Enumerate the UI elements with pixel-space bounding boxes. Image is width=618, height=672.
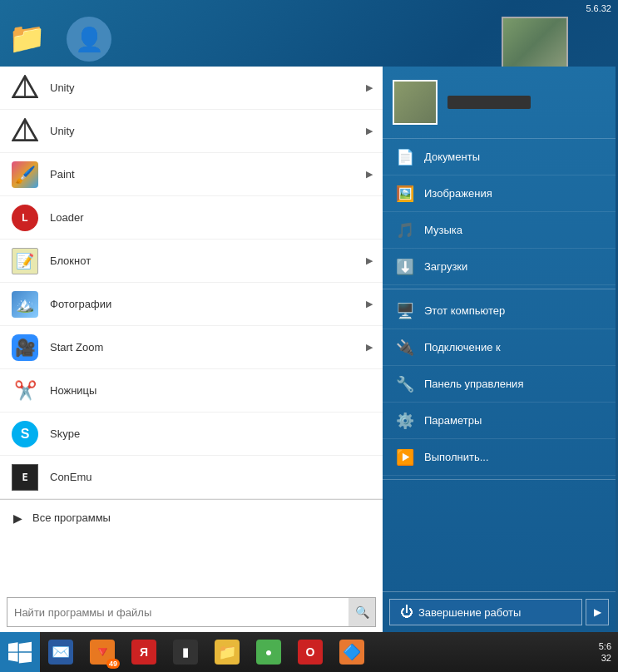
right-menu-item-control[interactable]: 🔧 Панель управления [383, 366, 616, 403]
folder-icon: 📁 [8, 21, 46, 56]
app-item-paint[interactable]: 🖌️ Paint ▶ [0, 153, 383, 196]
menu-divider [383, 479, 616, 480]
right-divider-4 [383, 289, 616, 289]
app-label-conemu: ConEmu [50, 471, 373, 483]
time-display: 5:6 [599, 640, 611, 652]
taskbar-icon-explorer: 📁 [215, 640, 240, 665]
app-icon-unity2 [10, 116, 40, 146]
taskbar-icon-mail: ✉️ [48, 640, 73, 665]
right-label-connect: Подключение к [424, 341, 501, 353]
start-menu: Unity ▶ Unity ▶ 🖌️ Paint ▶ L Loader 📝 Бл… [0, 67, 616, 632]
badge-torrent: 49 [106, 659, 120, 669]
shutdown-arrow-button[interactable]: ▶ [586, 599, 609, 625]
app-item-zoom[interactable]: 🎥 Start Zoom ▶ [0, 326, 383, 369]
right-icon-music: 🎵 [396, 221, 414, 240]
shutdown-button[interactable]: ⏻ Завершение работы [389, 599, 582, 625]
start-button[interactable] [0, 632, 40, 672]
right-icon-downloads: ⬇️ [396, 258, 414, 276]
app-label-photos: Фотографии [50, 298, 366, 310]
desktop-topbar: 5.6.32 [579, 0, 618, 17]
app-label-scissors: Ножницы [50, 384, 373, 397]
desktop-thumbnail [502, 17, 568, 70]
app-arrow-unity1: ▶ [366, 82, 373, 93]
right-icon-computer: 🖥️ [396, 302, 414, 320]
start-menu-right: 📄 Документы 🖼️ Изображения 🎵 Музыка ⬇️ З… [383, 67, 616, 632]
app-arrow-notepad: ▶ [366, 255, 373, 266]
taskbar: ✉️ 🔻 49 Я ▮ 📁 ● O 🔷 [0, 632, 618, 672]
taskbar-item-chrome[interactable]: ● [248, 632, 289, 672]
date-display: 32 [599, 652, 611, 664]
right-icon-run: ▶️ [396, 448, 414, 467]
right-menu-items: 📄 Документы 🖼️ Изображения 🎵 Музыка ⬇️ З… [383, 139, 616, 476]
search-input[interactable] [7, 603, 349, 622]
app-list: Unity ▶ Unity ▶ 🖌️ Paint ▶ L Loader 📝 Бл… [0, 67, 383, 592]
app-icon-zoom: 🎥 [10, 333, 40, 363]
taskbar-icon-chrome: ● [256, 640, 281, 665]
username-bar [447, 96, 531, 109]
right-menu-item-images[interactable]: 🖼️ Изображения [383, 175, 616, 212]
app-item-photos[interactable]: 🏔️ Фотографии ▶ [0, 283, 383, 326]
app-arrow-zoom: ▶ [366, 342, 373, 353]
app-arrow-unity2: ▶ [366, 126, 373, 136]
clock: 5:6 32 [599, 640, 611, 665]
taskbar-item-yandex[interactable]: Я [123, 632, 165, 672]
app-item-notepad[interactable]: 📝 Блокнот ▶ [0, 240, 383, 283]
version-text: 5.6.32 [586, 3, 611, 13]
right-label-computer: Этот компьютер [424, 304, 505, 317]
app-item-loader[interactable]: L Loader [0, 196, 383, 240]
right-icon-connect: 🔌 [396, 338, 414, 357]
right-menu-item-music[interactable]: 🎵 Музыка [383, 212, 616, 249]
desktop-icon-folder[interactable]: 📁 [8, 21, 46, 56]
right-menu-item-connect[interactable]: 🔌 Подключение к [383, 329, 616, 366]
right-menu-item-downloads[interactable]: ⬇️ Загрузки [383, 249, 616, 285]
taskbar-item-explorer[interactable]: 📁 [206, 632, 248, 672]
right-menu-item-computer[interactable]: 🖥️ Этот компьютер [383, 293, 616, 329]
right-menu-item-settings[interactable]: ⚙️ Параметры [383, 403, 616, 439]
right-icon-settings: ⚙️ [396, 412, 414, 430]
taskbar-item-cmd[interactable]: ▮ [165, 632, 206, 672]
app-label-loader: Loader [50, 211, 373, 224]
taskbar-item-mail[interactable]: ✉️ [40, 632, 82, 672]
avatar[interactable] [393, 80, 438, 125]
desktop: 5.6.32 📁 👤 Unity ▶ Unity ▶ 🖌️ Paint ▶ L … [0, 0, 618, 672]
app-arrow-paint: ▶ [366, 169, 373, 180]
taskbar-item-blender[interactable]: 🔷 [331, 632, 373, 672]
app-label-skype: Skype [50, 427, 373, 440]
app-icon-paint: 🖌️ [10, 160, 40, 190]
right-label-run: Выполнить... [424, 451, 489, 463]
power-icon: ⏻ [400, 605, 413, 620]
right-menu-item-docs[interactable]: 📄 Документы [383, 139, 616, 175]
right-label-settings: Параметры [424, 414, 482, 427]
right-menu-item-run[interactable]: ▶️ Выполнить... [383, 439, 616, 476]
app-label-notepad: Блокнот [50, 254, 366, 267]
search-button[interactable]: 🔍 [349, 598, 375, 626]
right-label-music: Музыка [424, 224, 462, 236]
start-menu-left: Unity ▶ Unity ▶ 🖌️ Paint ▶ L Loader 📝 Бл… [0, 67, 383, 632]
taskbar-item-opera[interactable]: O [289, 632, 331, 672]
app-icon-scissors: ✂️ [10, 376, 40, 406]
desktop-icon-user[interactable]: 👤 [67, 17, 111, 62]
shutdown-area: ⏻ Завершение работы ▶ [383, 591, 616, 632]
taskbar-icon-yandex: Я [131, 640, 156, 665]
app-icon-photos: 🏔️ [10, 289, 40, 319]
app-item-unity2[interactable]: Unity ▶ [0, 110, 383, 153]
app-item-skype[interactable]: S Skype [0, 413, 383, 456]
all-programs-row[interactable]: ▶ Все программы [0, 499, 383, 536]
taskbar-icon-cmd: ▮ [173, 640, 198, 665]
app-label-paint: Paint [50, 168, 366, 180]
right-label-images: Изображения [424, 187, 492, 200]
taskbar-item-torrent[interactable]: 🔻 49 [82, 632, 123, 672]
app-arrow-photos: ▶ [366, 299, 373, 309]
right-label-downloads: Загрузки [424, 260, 467, 273]
app-item-conemu[interactable]: E ConEmu [0, 456, 383, 499]
app-item-scissors[interactable]: ✂️ Ножницы [0, 369, 383, 413]
app-icon-conemu: E [10, 462, 40, 492]
right-label-docs: Документы [424, 151, 480, 163]
taskbar-icon-blender: 🔷 [339, 640, 364, 665]
app-item-unity1[interactable]: Unity ▶ [0, 67, 383, 110]
taskbar-items: ✉️ 🔻 49 Я ▮ 📁 ● O 🔷 [40, 632, 592, 672]
windows-icon [8, 640, 32, 664]
shutdown-label: Завершение работы [418, 606, 521, 619]
user-icon: 👤 [67, 17, 111, 62]
app-icon-notepad: 📝 [10, 246, 40, 276]
